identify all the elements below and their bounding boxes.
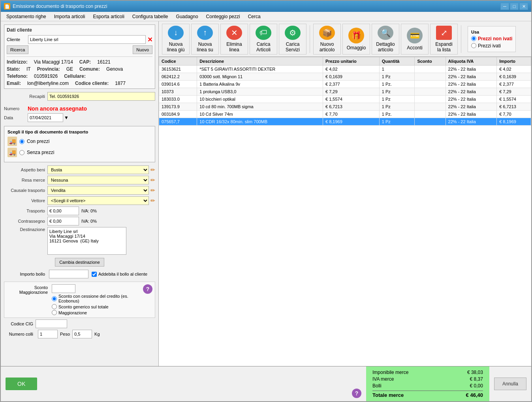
maggiorazione-label[interactable]: Maggiorazione	[58, 310, 87, 315]
sconto-generico-label[interactable]: Sconto generico sul totale	[58, 304, 109, 309]
senza-prezzi-radio[interactable]	[19, 150, 24, 155]
destinazione-textarea[interactable]: Liberty Line srl Via Macaggi 17/14 16121…	[47, 227, 126, 255]
bolli-value: € 0,00	[455, 383, 483, 389]
espandi-button[interactable]: ⤢ Espandila lista	[430, 24, 458, 54]
minimize-button[interactable]: ─	[500, 3, 509, 10]
data-input[interactable]	[28, 113, 63, 122]
col-descrizione: Descrizione	[197, 57, 323, 66]
col-importo: Importo	[497, 57, 531, 66]
nuovo-cliente-button[interactable]: Nuovo	[133, 45, 152, 54]
acconti-button[interactable]: 💳 Acconti	[401, 24, 429, 54]
contrassegno-label: Contrassegno	[4, 219, 47, 224]
cambia-destinazione-button[interactable]: Cambia destinazione	[55, 258, 104, 267]
prezzi-non-ivati-radio[interactable]	[471, 36, 476, 41]
menu-configura[interactable]: Configura tabelle	[128, 13, 172, 20]
prezzi-ivati-label[interactable]: Prezzi ivati	[478, 43, 501, 49]
carica-articoli-icon: 🏷	[256, 26, 271, 40]
provincia-label: Provincia:	[37, 66, 60, 72]
cell-prezzo: € 7,29	[323, 88, 380, 96]
con-prezzi-radio[interactable]	[19, 139, 24, 144]
menu-spostamento[interactable]: Spostamento righe	[2, 13, 50, 20]
causale-select[interactable]: Vendita Reso Omaggio	[47, 186, 149, 195]
cell-codice: 039014.6	[159, 81, 197, 88]
table-row[interactable]: 039014.6 1 Batteria Alkalina 9v € 2,377 …	[159, 81, 531, 88]
help-button-corner[interactable]: ?	[352, 389, 361, 398]
sconto-help-button[interactable]: ?	[143, 284, 152, 294]
contrassegno-input[interactable]	[47, 217, 79, 225]
ricerca-button[interactable]: Ricerca	[7, 45, 28, 54]
maggiorazione-radio[interactable]	[52, 310, 57, 315]
bollo-label: Importo bollo	[4, 272, 47, 276]
addebita-bollo-checkbox[interactable]	[92, 272, 97, 277]
acconti-icon: 💳	[407, 28, 423, 43]
nuova-linea-giu-button[interactable]: ↓ Nuovalinea giù	[162, 24, 190, 54]
totals-section: Imponibile merce € 38,03 IVA merce € 8,3…	[366, 366, 489, 401]
sconto-cessione-label[interactable]: Sconto con cessione del credito (es. Eco…	[58, 294, 140, 303]
cell-quantita: 1 Pz	[379, 88, 415, 96]
table-row[interactable]: 10373 1 prolunga USB3,0 € 7,29 1 Pz 22% …	[159, 88, 531, 96]
table-container: Codice Descrizione Prezzo unitario Quant…	[159, 57, 531, 366]
table-row[interactable]: 36153621 *SET 5 GIRAVITI ASSORTITI DEXTE…	[159, 66, 531, 73]
resa-edit-icon[interactable]: ✏	[150, 177, 155, 183]
vettore-edit-icon[interactable]: ✏	[150, 197, 155, 204]
delete-cliente-button[interactable]: ✕	[147, 36, 152, 43]
cell-codice: 062412.2	[159, 73, 197, 81]
elimina-linea-button[interactable]: ✕ Eliminalinea	[220, 24, 248, 54]
carica-servizi-button[interactable]: ⚙ CaricaServizi	[279, 24, 306, 54]
menu-conteggio[interactable]: Conteggio pezzi	[202, 13, 244, 20]
trasporto-input[interactable]	[47, 207, 79, 215]
menu-guadagno[interactable]: Guadagno	[172, 13, 202, 20]
table-row[interactable]: 139173.9 10 cd 80 min. 700MB sigma € 6,7…	[159, 103, 531, 111]
cell-aliquota: 22% - 22 Italia	[446, 96, 497, 103]
sconto-cessione-radio[interactable]	[52, 296, 57, 301]
prezzi-ivati-radio[interactable]	[471, 43, 476, 48]
causale-edit-icon[interactable]: ✏	[150, 187, 155, 193]
sconto-input[interactable]	[52, 284, 75, 293]
sconto-generico-radio[interactable]	[52, 304, 57, 309]
imponibile-label: Imponibile merce	[372, 370, 408, 375]
bollo-input[interactable]	[49, 270, 88, 278]
peso-label: Peso	[60, 332, 70, 336]
nuova-linea-su-button[interactable]: ↑ Nuovalinea su	[191, 24, 219, 54]
carica-articoli-button[interactable]: 🏷 CaricaArticoli	[250, 24, 277, 54]
menu-esporta[interactable]: Esporta articoli	[89, 13, 128, 20]
recapiti-input[interactable]	[47, 92, 155, 101]
colli-input[interactable]	[38, 330, 58, 338]
nuovo-articolo-button[interactable]: 📦 Nuovoarticolo	[313, 24, 341, 54]
codice-cig-input[interactable]	[36, 319, 67, 328]
cell-codice: 10373	[159, 88, 197, 96]
cell-prezzo: € 8,1969	[323, 118, 380, 126]
date-dropdown-icon[interactable]: ▼	[64, 115, 69, 120]
provincia-value: GE	[66, 66, 73, 72]
cell-importo: € 2,377	[497, 81, 531, 88]
close-button[interactable]: ✕	[519, 3, 528, 10]
cliente-input[interactable]	[28, 35, 146, 44]
menu-importa[interactable]: Importa articoli	[50, 13, 89, 20]
annulla-button[interactable]: Annulla	[494, 378, 526, 390]
table-row[interactable]: 062412.2 03000 sott. Mignon 11 € 0,1639 …	[159, 73, 531, 81]
email-value: lon@libertyline.com	[27, 81, 69, 86]
aspetto-edit-icon[interactable]: ✏	[150, 167, 155, 173]
menu-cerca[interactable]: Cerca	[244, 13, 265, 20]
section-dati-cliente: Dati cliente	[7, 27, 152, 33]
cell-codice: 139173.9	[159, 103, 197, 111]
ok-button[interactable]: OK	[6, 378, 37, 390]
col-quantita: Quantità	[379, 57, 415, 66]
vettore-select[interactable]: <Scegli il vettore>	[47, 196, 149, 205]
peso-input[interactable]	[72, 330, 92, 338]
table-row[interactable]: 003184.9 10 Cd Silver 74m € 7,70 1 Pz. 2…	[159, 111, 531, 118]
omaggio-button[interactable]: 🎁 Omaggio	[342, 24, 370, 54]
con-prezzi-label[interactable]: Con prezzi	[27, 139, 49, 144]
maximize-button[interactable]: □	[510, 3, 519, 10]
dettaglio-button[interactable]: 🔍 Dettaglioarticolo	[372, 24, 399, 54]
cell-sconto	[415, 118, 446, 126]
aspetto-select[interactable]: Busta Cartone Pallet	[47, 165, 149, 174]
cell-prezzo: € 1,5574	[323, 96, 380, 103]
prezzi-non-ivati-label[interactable]: Prezzi non ivati	[478, 36, 512, 41]
resa-select[interactable]: Nessuna Porto Franco Porto Assegnato	[47, 176, 149, 184]
senza-prezzi-label[interactable]: Senza prezzi	[27, 150, 54, 155]
table-row[interactable]: 183033.0 10 bicchieri optikal € 1,5574 1…	[159, 96, 531, 103]
addebita-bollo-label[interactable]: Addebita il bollo al cliente	[98, 272, 147, 276]
numero-label: Numero	[4, 106, 28, 111]
table-row[interactable]: 075657,7 10 CDR 16/32x 80min. slim 700MB…	[159, 118, 531, 126]
